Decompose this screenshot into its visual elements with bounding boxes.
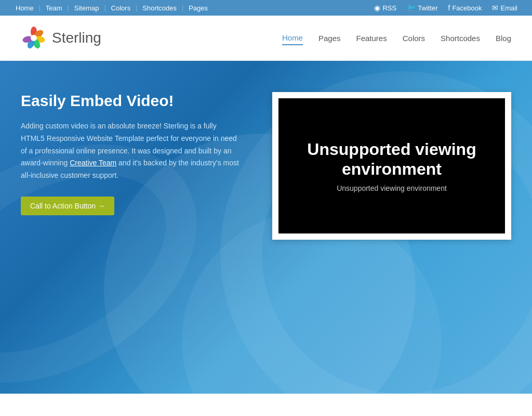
- email-label: Email: [500, 4, 517, 12]
- rss-label: RSS: [382, 4, 396, 12]
- header: Sterling HomePagesFeaturesColorsShortcod…: [0, 16, 532, 61]
- top-nav-item-team[interactable]: Team: [41, 4, 68, 12]
- logo-text: Sterling: [52, 30, 101, 46]
- hero-content: Easily Embed Video! Adding custom video …: [21, 92, 511, 240]
- twitter-label: Twitter: [418, 4, 437, 12]
- top-bar: Home|Team|Sitemap|Colors|Shortcodes|Page…: [0, 0, 532, 16]
- facebook-label: Facebook: [452, 4, 482, 12]
- top-social-email[interactable]: ✉Email: [488, 4, 522, 12]
- main-nav: HomePagesFeaturesColorsShortcodesBlog: [282, 31, 511, 45]
- top-social-rss[interactable]: ◉RSS: [370, 4, 401, 12]
- hero-body: Adding custom video is an absolute breez…: [21, 120, 241, 182]
- logo[interactable]: Sterling: [21, 25, 101, 51]
- top-bar-nav: Home|Team|Sitemap|Colors|Shortcodes|Page…: [10, 4, 213, 12]
- video-placeholder: Unsupported viewing environment Unsuppor…: [278, 98, 505, 233]
- svg-point-6: [31, 35, 37, 41]
- cta-button[interactable]: Call to Action Button →: [21, 197, 114, 215]
- rss-icon: ◉: [374, 4, 380, 12]
- top-nav-item-home[interactable]: Home: [10, 4, 39, 12]
- top-social-twitter[interactable]: 🐦Twitter: [403, 4, 442, 12]
- top-bar-social: ◉RSS🐦TwitterfFacebook✉Email: [370, 4, 522, 12]
- email-icon: ✉: [492, 4, 498, 12]
- hero-video-box: Unsupported viewing environment Unsuppor…: [272, 92, 511, 240]
- main-nav-item-pages[interactable]: Pages: [318, 32, 341, 45]
- main-nav-item-shortcodes[interactable]: Shortcodes: [441, 32, 480, 45]
- hero-title: Easily Embed Video!: [21, 92, 241, 110]
- creative-team-link[interactable]: Creative Team: [70, 159, 116, 167]
- twitter-icon: 🐦: [407, 4, 416, 12]
- main-nav-item-colors[interactable]: Colors: [403, 32, 425, 45]
- main-nav-item-features[interactable]: Features: [356, 32, 387, 45]
- main-nav-item-home[interactable]: Home: [282, 31, 303, 45]
- top-nav-item-sitemap[interactable]: Sitemap: [69, 4, 104, 12]
- hero-section: Easily Embed Video! Adding custom video …: [0, 61, 532, 394]
- top-nav-item-colors[interactable]: Colors: [106, 4, 136, 12]
- facebook-icon: f: [448, 4, 450, 12]
- hero-text: Easily Embed Video! Adding custom video …: [21, 92, 241, 215]
- top-nav-item-pages[interactable]: Pages: [183, 4, 213, 12]
- main-nav-item-blog[interactable]: Blog: [496, 32, 511, 45]
- video-unsupported-title: Unsupported viewing environment: [278, 139, 505, 179]
- logo-icon: [21, 25, 47, 51]
- video-unsupported-subtitle: Unsupported viewing environment: [337, 184, 447, 192]
- top-nav-item-shortcodes[interactable]: Shortcodes: [137, 4, 182, 12]
- top-social-facebook[interactable]: fFacebook: [444, 4, 486, 12]
